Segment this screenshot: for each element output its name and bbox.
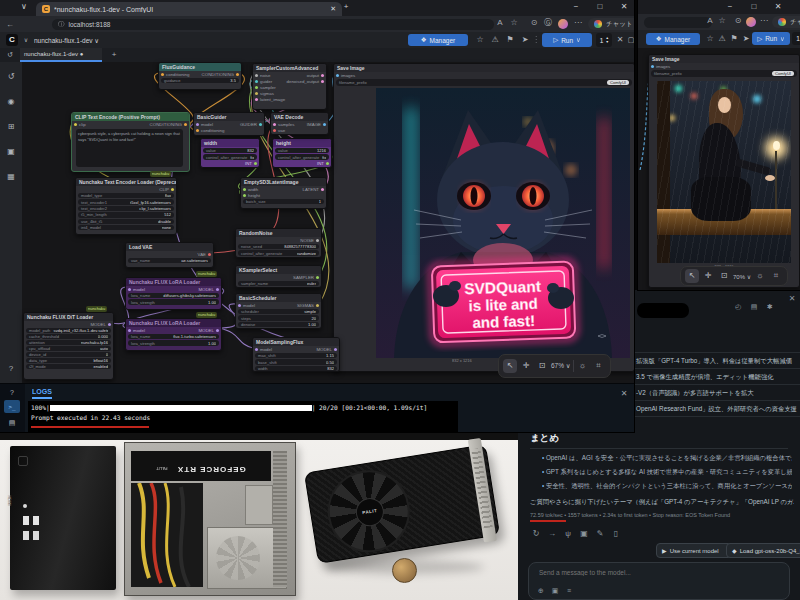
use-current-model-button[interactable]: ▶Use current model — [656, 543, 732, 558]
terminal-icon[interactable]: >_ — [4, 400, 20, 413]
avatar[interactable] — [558, 19, 568, 29]
node-lora-loader-2[interactable]: Nunchaku FLUX LoRA Loader model MODEL lo… — [125, 318, 222, 351]
alert-icon[interactable]: ⚠ — [716, 32, 728, 46]
tab-search-icon[interactable]: ∨ — [16, 0, 32, 14]
lightbulb-icon[interactable]: ☼ — [753, 269, 767, 283]
chevron-down-icon[interactable]: ∨ — [20, 33, 32, 47]
back-icon[interactable]: ← — [4, 18, 16, 31]
maximize-icon[interactable]: □ — [744, 0, 764, 14]
url-field[interactable]: ⓘ localhost:8188 — [52, 19, 494, 30]
minimize-icon[interactable]: − — [566, 0, 586, 14]
node-ksamplerselect[interactable]: KSamplerSelect SAMPLER sampler_nameeuler — [235, 265, 322, 288]
node-save-image[interactable]: Save Image images filename_prefix ComfyU… — [648, 54, 800, 288]
node-canvas-secondary[interactable]: Save Image images filename_prefix ComfyU… — [638, 48, 800, 290]
workflows-icon[interactable]: ▣ — [5, 145, 17, 159]
node-save-image[interactable]: Save Image images filename_prefix ComfyU… — [333, 63, 634, 372]
run-button[interactable]: ▷Run ∨ — [752, 32, 790, 45]
read-aloud-icon[interactable]: A — [704, 14, 716, 27]
alert-icon[interactable]: ⚠ — [489, 33, 501, 47]
help-icon[interactable]: ? — [5, 362, 17, 376]
maximize-icon[interactable]: □ — [590, 0, 610, 14]
logs-close-icon[interactable]: ✕ — [618, 388, 630, 400]
favorite-icon[interactable]: ☆ — [716, 14, 728, 27]
favorite-icon[interactable]: ☆ — [508, 16, 520, 29]
node-fluxguidance[interactable]: FluxGuidance conditioning CONDITIONING g… — [158, 62, 242, 90]
attach-icon[interactable]: ⊕ — [535, 585, 547, 597]
site-info-icon[interactable]: ⓘ — [58, 20, 65, 29]
prompt-textarea[interactable]: cyberpunk style, a cyberpunk cat holding… — [76, 129, 183, 167]
history-icon[interactable]: ↺ — [4, 48, 16, 62]
keyboard-icon[interactable]: ▤ — [6, 416, 18, 430]
panel-icon[interactable]: ▤ — [748, 301, 760, 313]
load-model-button[interactable]: ◆Load gpt-oss-20b-Q4_K_S.gguf — [726, 543, 800, 558]
read-aloud-icon[interactable]: A — [494, 16, 506, 29]
node-dit-loader[interactable]: Nunchaku FLUX DiT Loader MODEL model_pat… — [23, 312, 114, 380]
pan-icon[interactable]: ✛ — [519, 359, 533, 373]
workflow-menu[interactable]: nunchaku-flux.1-dev ∨ — [34, 37, 99, 45]
more-icon[interactable]: ⋯ — [572, 16, 584, 29]
cursor-icon[interactable]: ↖ — [685, 269, 699, 283]
browser-tab[interactable]: C *nunchaku-flux.1-dev - ComfyUI ✕ — [36, 2, 342, 16]
settings-icon[interactable]: ✱ — [764, 301, 776, 313]
templates-icon[interactable]: ▦ — [5, 170, 17, 184]
message-input[interactable] — [537, 568, 781, 577]
new-tab-icon[interactable]: + — [338, 0, 354, 14]
more-icon[interactable]: ⋯ — [758, 14, 770, 27]
node-randomnoise[interactable]: RandomNoise NOISE noise_seed848825777783… — [235, 228, 322, 258]
zoom-level[interactable]: 67% ∨ — [551, 362, 571, 370]
zoom-level[interactable]: 70% ∨ — [733, 273, 751, 280]
tab-close-icon[interactable]: ✕ — [330, 5, 336, 13]
fit-view-icon[interactable]: ⊡ — [535, 359, 549, 373]
node-clip-text-encode[interactable]: CLIP Text Encode (Positive Prompt) clip … — [71, 112, 190, 172]
lightbulb-icon[interactable]: ☼ — [576, 359, 590, 373]
node-lora-loader-1[interactable]: Nunchaku FLUX LoRA Loader model MODEL lo… — [125, 277, 222, 310]
tools-icon[interactable]: ≡ — [563, 585, 575, 597]
node-vae-decode[interactable]: VAE Decode samples IMAGE vae — [270, 112, 329, 135]
workflow-tab[interactable]: nunchaku-flux.1-dev ● — [20, 48, 102, 62]
chat-sidebar-button[interactable]: チャット — [772, 16, 800, 28]
new-workflow-icon[interactable]: + — [108, 48, 120, 62]
chat-sidebar-button[interactable]: チャット — [588, 18, 634, 30]
close-icon[interactable]: ✕ — [614, 0, 634, 14]
node-height-primitive[interactable]: height value1216 control_after_generatef… — [272, 138, 332, 168]
comfyui-logo[interactable]: C — [6, 34, 18, 46]
node-empty-latent[interactable]: EmptySD3LatentImage width LATENT height … — [240, 177, 327, 209]
share-icon[interactable]: ➤ — [740, 32, 752, 46]
star-icon[interactable]: ☆ — [474, 33, 486, 47]
copy-icon[interactable]: ▣ — [578, 528, 590, 540]
node-library-icon[interactable]: ◉ — [5, 95, 17, 109]
regenerate-icon[interactable]: ↻ — [530, 528, 542, 540]
dock-icon[interactable]: ▢ — [625, 33, 634, 47]
delete-icon[interactable]: ▯ — [610, 528, 622, 540]
close-icon[interactable]: ✕ — [786, 293, 798, 305]
widget-filename-prefix[interactable]: filename_prefix ComfyUI — [651, 70, 797, 77]
cursor-icon[interactable]: ↖ — [503, 359, 517, 373]
avatar[interactable] — [746, 17, 756, 27]
model-library-icon[interactable]: ⊞ — [5, 120, 17, 134]
browser-essentials-icon[interactable]: Ⓖ — [542, 16, 554, 29]
node-text-encoder-loader[interactable]: Nunchaku Text Encoder Loader (Deprecated… — [75, 177, 177, 235]
run-button[interactable]: ▷Run ∨ — [542, 33, 592, 47]
manager-button[interactable]: ❖Manager — [408, 34, 468, 46]
pan-icon[interactable]: ✛ — [701, 269, 715, 283]
help-icon[interactable]: ? — [6, 386, 18, 400]
fit-view-icon[interactable]: ⊡ — [717, 269, 731, 283]
url-field[interactable] — [644, 17, 712, 28]
close-icon[interactable]: ✕ — [768, 0, 788, 14]
node-basicguider[interactable]: BasicGuider model GUIDER conditioning — [193, 112, 265, 136]
node-modelsamplingflux[interactable]: ModelSamplingFlux model MODEL max_shift1… — [252, 337, 340, 372]
manager-button[interactable]: ❖Manager — [646, 33, 700, 45]
node-width-primitive[interactable]: width value832 control_after_generatefix… — [200, 138, 260, 168]
screenshot-icon[interactable]: ▣ — [549, 585, 561, 597]
node-basicscheduler[interactable]: BasicScheduler model SIGMAS schedulersim… — [235, 293, 322, 329]
star-icon[interactable]: ☆ — [704, 32, 716, 46]
logs-tab[interactable]: LOGS — [32, 388, 52, 399]
node-samplercustomadvanced[interactable]: SamplerCustomAdvanced noise output guide… — [252, 63, 327, 110]
queue-icon[interactable]: ↺ — [5, 70, 17, 84]
flag-icon[interactable]: ⚑ — [504, 33, 516, 47]
continue-icon[interactable]: → — [546, 528, 558, 540]
widget-filename-prefix[interactable]: filename_prefix ComfyUI — [336, 79, 632, 86]
extensions-icon[interactable]: ⊙ — [732, 14, 744, 27]
extensions-icon[interactable]: ⊙ — [528, 16, 540, 29]
toggle-links-icon[interactable]: ⌗ — [769, 269, 783, 283]
